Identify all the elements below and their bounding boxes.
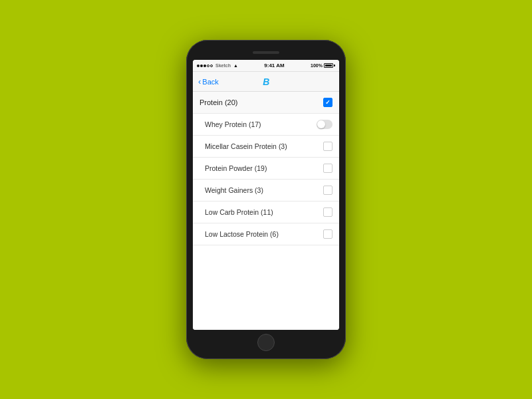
signal-dot-1 xyxy=(197,65,200,67)
nav-bar: ‹ Back B xyxy=(193,72,339,92)
battery-percentage: 100% xyxy=(311,63,323,68)
status-left: Sketch ▲ xyxy=(197,63,238,68)
status-time: 9:41 AM xyxy=(264,63,284,68)
powder-checkbox[interactable] xyxy=(323,164,332,173)
list-item-gainers-label: Weight Gainers (3) xyxy=(200,186,263,194)
list-item-powder[interactable]: Protein Powder (19) xyxy=(193,158,339,180)
micellar-checkbox[interactable] xyxy=(323,142,332,151)
back-label: Back xyxy=(202,78,218,86)
wifi-icon: ▲ xyxy=(233,63,238,68)
list-item-lowcarb[interactable]: Low Carb Protein (11) xyxy=(193,201,339,223)
battery-body xyxy=(324,63,333,68)
battery-fill xyxy=(325,65,332,66)
signal-dot-2 xyxy=(200,65,203,67)
status-bar: Sketch ▲ 9:41 AM 100% xyxy=(193,60,339,72)
list-item-micellar-label: Micellar Casein Protein (3) xyxy=(200,142,287,150)
signal-dots xyxy=(197,65,213,67)
whey-toggle[interactable] xyxy=(317,120,332,129)
list-item-gainers[interactable]: Weight Gainers (3) xyxy=(193,180,339,201)
signal-dot-3 xyxy=(203,65,206,67)
list-item-whey[interactable]: Whey Protein (17) xyxy=(193,114,339,136)
phone-screen: Sketch ▲ 9:41 AM 100% ‹ Back B xyxy=(193,60,339,330)
lowcarb-checkbox[interactable] xyxy=(323,207,332,217)
list-item-micellar[interactable]: Micellar Casein Protein (3) xyxy=(193,136,339,158)
filter-list: Protein (20) Whey Protein (17) Micellar … xyxy=(193,92,339,330)
toggle-knob xyxy=(317,120,325,128)
phone-bottom xyxy=(193,332,339,352)
list-item-protein-label: Protein (20) xyxy=(200,98,237,106)
list-item-whey-label: Whey Protein (17) xyxy=(200,120,261,128)
phone-frame: Sketch ▲ 9:41 AM 100% ‹ Back B xyxy=(186,40,346,359)
list-item-lowcarb-label: Low Carb Protein (11) xyxy=(200,208,273,216)
list-item-lowlactose[interactable]: Low Lactose Protein (6) xyxy=(193,223,339,245)
signal-dot-5 xyxy=(210,65,213,67)
carrier-label: Sketch xyxy=(215,63,231,68)
back-chevron-icon: ‹ xyxy=(198,77,201,86)
battery-icon xyxy=(324,63,335,68)
phone-speaker xyxy=(253,51,279,54)
status-right: 100% xyxy=(311,63,335,68)
brand-logo: B xyxy=(263,76,269,87)
list-item-protein[interactable]: Protein (20) xyxy=(193,92,339,114)
lowlactose-checkbox[interactable] xyxy=(323,229,332,239)
signal-dot-4 xyxy=(207,65,209,67)
list-item-powder-label: Protein Powder (19) xyxy=(200,164,267,172)
phone-top-bar xyxy=(193,47,339,59)
battery-tip xyxy=(334,65,335,66)
home-button[interactable] xyxy=(257,334,275,351)
gainers-checkbox[interactable] xyxy=(323,186,332,195)
back-button[interactable]: ‹ Back xyxy=(198,77,219,86)
protein-checkbox[interactable] xyxy=(323,98,332,107)
list-item-lowlactose-label: Low Lactose Protein (6) xyxy=(200,230,279,238)
